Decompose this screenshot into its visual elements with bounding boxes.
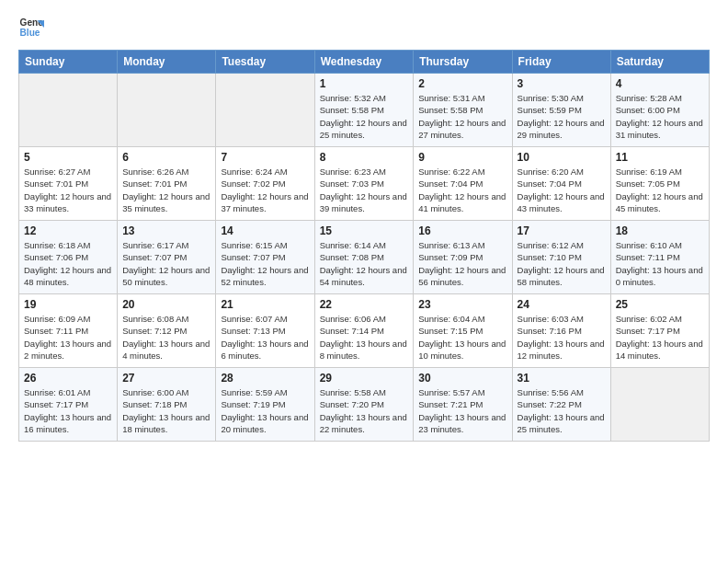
day-number: 28 bbox=[221, 372, 309, 385]
day-number: 31 bbox=[518, 372, 606, 385]
day-cell-30: 30Sunrise: 5:57 AM Sunset: 7:21 PM Dayli… bbox=[414, 368, 512, 442]
day-cell-20: 20Sunrise: 6:08 AM Sunset: 7:12 PM Dayli… bbox=[118, 294, 216, 368]
page-header: General Blue bbox=[18, 15, 710, 40]
day-cell-6: 6Sunrise: 6:26 AM Sunset: 7:01 PM Daylig… bbox=[118, 147, 216, 221]
day-number: 10 bbox=[518, 151, 606, 164]
calendar-header-row: SundayMondayTuesdayWednesdayThursdayFrid… bbox=[19, 51, 710, 74]
day-number: 23 bbox=[418, 298, 506, 311]
day-number: 4 bbox=[616, 77, 704, 90]
day-number: 27 bbox=[122, 372, 210, 385]
day-number: 6 bbox=[122, 151, 210, 164]
day-info: Sunrise: 5:56 AM Sunset: 7:22 PM Dayligh… bbox=[518, 386, 606, 435]
day-cell-5: 5Sunrise: 6:27 AM Sunset: 7:01 PM Daylig… bbox=[19, 147, 118, 221]
day-info: Sunrise: 6:19 AM Sunset: 7:05 PM Dayligh… bbox=[616, 166, 704, 214]
day-cell-27: 27Sunrise: 6:00 AM Sunset: 7:18 PM Dayli… bbox=[118, 368, 216, 442]
logo: General Blue bbox=[18, 15, 48, 40]
day-cell-22: 22Sunrise: 6:06 AM Sunset: 7:14 PM Dayli… bbox=[314, 294, 414, 368]
day-header-thursday: Thursday bbox=[414, 51, 512, 74]
day-header-friday: Friday bbox=[512, 51, 610, 74]
day-number: 1 bbox=[320, 77, 409, 90]
day-info: Sunrise: 6:07 AM Sunset: 7:13 PM Dayligh… bbox=[221, 313, 309, 362]
day-number: 29 bbox=[320, 372, 409, 385]
day-number: 7 bbox=[221, 151, 309, 164]
day-info: Sunrise: 6:18 AM Sunset: 7:06 PM Dayligh… bbox=[24, 239, 112, 288]
day-number: 25 bbox=[616, 298, 704, 311]
calendar-table: SundayMondayTuesdayWednesdayThursdayFrid… bbox=[18, 50, 710, 442]
day-cell-28: 28Sunrise: 5:59 AM Sunset: 7:19 PM Dayli… bbox=[216, 368, 314, 442]
day-cell-10: 10Sunrise: 6:20 AM Sunset: 7:04 PM Dayli… bbox=[512, 147, 610, 221]
day-header-tuesday: Tuesday bbox=[216, 51, 314, 74]
day-info: Sunrise: 5:31 AM Sunset: 5:58 PM Dayligh… bbox=[418, 92, 506, 141]
day-cell-19: 19Sunrise: 6:09 AM Sunset: 7:11 PM Dayli… bbox=[19, 294, 118, 368]
day-cell-21: 21Sunrise: 6:07 AM Sunset: 7:13 PM Dayli… bbox=[216, 294, 314, 368]
empty-cell bbox=[19, 74, 118, 147]
day-cell-8: 8Sunrise: 6:23 AM Sunset: 7:03 PM Daylig… bbox=[314, 147, 414, 221]
day-info: Sunrise: 5:30 AM Sunset: 5:59 PM Dayligh… bbox=[518, 92, 606, 141]
day-number: 11 bbox=[616, 151, 704, 164]
day-info: Sunrise: 5:32 AM Sunset: 5:58 PM Dayligh… bbox=[320, 92, 409, 141]
day-header-saturday: Saturday bbox=[610, 51, 709, 74]
day-number: 19 bbox=[24, 298, 112, 311]
day-number: 12 bbox=[24, 224, 112, 237]
day-cell-14: 14Sunrise: 6:15 AM Sunset: 7:07 PM Dayli… bbox=[216, 221, 314, 294]
day-cell-31: 31Sunrise: 5:56 AM Sunset: 7:22 PM Dayli… bbox=[512, 368, 610, 442]
day-number: 17 bbox=[518, 224, 606, 237]
day-info: Sunrise: 5:28 AM Sunset: 6:00 PM Dayligh… bbox=[616, 92, 704, 141]
day-cell-15: 15Sunrise: 6:14 AM Sunset: 7:08 PM Dayli… bbox=[314, 221, 414, 294]
day-number: 30 bbox=[418, 372, 506, 385]
day-cell-3: 3Sunrise: 5:30 AM Sunset: 5:59 PM Daylig… bbox=[512, 74, 610, 147]
day-number: 13 bbox=[122, 224, 210, 237]
day-info: Sunrise: 6:24 AM Sunset: 7:02 PM Dayligh… bbox=[221, 166, 309, 214]
day-cell-16: 16Sunrise: 6:13 AM Sunset: 7:09 PM Dayli… bbox=[414, 221, 512, 294]
day-info: Sunrise: 6:20 AM Sunset: 7:04 PM Dayligh… bbox=[518, 166, 606, 214]
calendar-page: General Blue SundayMondayTuesdayWednesda… bbox=[0, 0, 728, 451]
week-row-2: 5Sunrise: 6:27 AM Sunset: 7:01 PM Daylig… bbox=[19, 147, 710, 221]
day-info: Sunrise: 6:13 AM Sunset: 7:09 PM Dayligh… bbox=[418, 239, 506, 288]
day-info: Sunrise: 6:12 AM Sunset: 7:10 PM Dayligh… bbox=[518, 239, 606, 288]
day-info: Sunrise: 6:00 AM Sunset: 7:18 PM Dayligh… bbox=[122, 386, 210, 435]
day-info: Sunrise: 6:09 AM Sunset: 7:11 PM Dayligh… bbox=[24, 313, 112, 362]
empty-cell bbox=[216, 74, 314, 147]
day-info: Sunrise: 6:26 AM Sunset: 7:01 PM Dayligh… bbox=[122, 166, 210, 214]
day-info: Sunrise: 6:14 AM Sunset: 7:08 PM Dayligh… bbox=[320, 239, 409, 288]
day-number: 8 bbox=[320, 151, 409, 164]
day-number: 16 bbox=[418, 224, 506, 237]
day-cell-23: 23Sunrise: 6:04 AM Sunset: 7:15 PM Dayli… bbox=[414, 294, 512, 368]
day-cell-12: 12Sunrise: 6:18 AM Sunset: 7:06 PM Dayli… bbox=[19, 221, 118, 294]
day-number: 9 bbox=[418, 151, 506, 164]
day-info: Sunrise: 6:02 AM Sunset: 7:17 PM Dayligh… bbox=[616, 313, 704, 362]
day-cell-7: 7Sunrise: 6:24 AM Sunset: 7:02 PM Daylig… bbox=[216, 147, 314, 221]
week-row-3: 12Sunrise: 6:18 AM Sunset: 7:06 PM Dayli… bbox=[19, 221, 710, 294]
day-cell-26: 26Sunrise: 6:01 AM Sunset: 7:17 PM Dayli… bbox=[19, 368, 118, 442]
week-row-4: 19Sunrise: 6:09 AM Sunset: 7:11 PM Dayli… bbox=[19, 294, 710, 368]
logo-icon: General Blue bbox=[18, 15, 44, 40]
svg-text:Blue: Blue bbox=[20, 28, 40, 38]
day-info: Sunrise: 5:58 AM Sunset: 7:20 PM Dayligh… bbox=[320, 386, 409, 435]
day-cell-18: 18Sunrise: 6:10 AM Sunset: 7:11 PM Dayli… bbox=[610, 221, 709, 294]
day-number: 14 bbox=[221, 224, 309, 237]
day-info: Sunrise: 6:22 AM Sunset: 7:04 PM Dayligh… bbox=[418, 166, 506, 214]
day-header-monday: Monday bbox=[118, 51, 216, 74]
day-number: 26 bbox=[24, 372, 112, 385]
week-row-5: 26Sunrise: 6:01 AM Sunset: 7:17 PM Dayli… bbox=[19, 368, 710, 442]
day-info: Sunrise: 6:10 AM Sunset: 7:11 PM Dayligh… bbox=[616, 239, 704, 288]
day-number: 3 bbox=[518, 77, 606, 90]
day-info: Sunrise: 6:27 AM Sunset: 7:01 PM Dayligh… bbox=[24, 166, 112, 214]
day-number: 2 bbox=[418, 77, 506, 90]
empty-cell bbox=[118, 74, 216, 147]
day-info: Sunrise: 6:17 AM Sunset: 7:07 PM Dayligh… bbox=[122, 239, 210, 288]
day-cell-2: 2Sunrise: 5:31 AM Sunset: 5:58 PM Daylig… bbox=[414, 74, 512, 147]
day-info: Sunrise: 5:57 AM Sunset: 7:21 PM Dayligh… bbox=[418, 386, 506, 435]
day-number: 21 bbox=[221, 298, 309, 311]
week-row-1: 1Sunrise: 5:32 AM Sunset: 5:58 PM Daylig… bbox=[19, 74, 710, 147]
day-header-wednesday: Wednesday bbox=[314, 51, 414, 74]
day-cell-1: 1Sunrise: 5:32 AM Sunset: 5:58 PM Daylig… bbox=[314, 74, 414, 147]
day-cell-29: 29Sunrise: 5:58 AM Sunset: 7:20 PM Dayli… bbox=[314, 368, 414, 442]
day-number: 15 bbox=[320, 224, 409, 237]
day-info: Sunrise: 6:01 AM Sunset: 7:17 PM Dayligh… bbox=[24, 386, 112, 435]
day-cell-17: 17Sunrise: 6:12 AM Sunset: 7:10 PM Dayli… bbox=[512, 221, 610, 294]
day-cell-11: 11Sunrise: 6:19 AM Sunset: 7:05 PM Dayli… bbox=[610, 147, 709, 221]
day-info: Sunrise: 6:08 AM Sunset: 7:12 PM Dayligh… bbox=[122, 313, 210, 362]
day-number: 5 bbox=[24, 151, 112, 164]
day-info: Sunrise: 6:23 AM Sunset: 7:03 PM Dayligh… bbox=[320, 166, 409, 214]
